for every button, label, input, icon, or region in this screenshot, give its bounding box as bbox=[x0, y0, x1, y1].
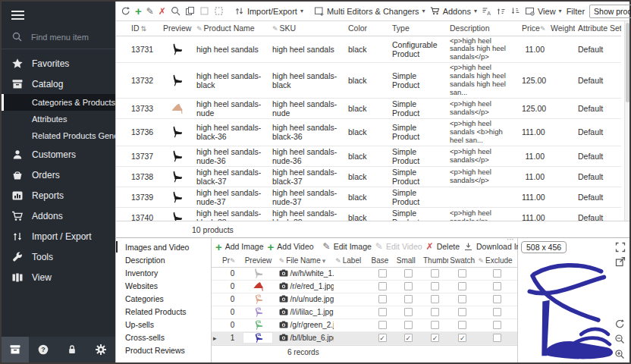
panel-resize-handle[interactable]: ⋯ bbox=[507, 237, 514, 242]
thumbnail-checkbox[interactable] bbox=[431, 282, 439, 290]
col-sku[interactable]: ✎SKU bbox=[269, 21, 345, 36]
sidebar-item-tools[interactable]: Tools bbox=[2, 246, 115, 267]
swatch-checkbox[interactable]: ✓ bbox=[458, 334, 466, 342]
table-row[interactable]: 13739high heel sandals-nude-37high heel … bbox=[116, 187, 621, 207]
sidebar-item-import-export[interactable]: Import / Export bbox=[2, 226, 115, 246]
sidebar-item-orders[interactable]: Orders bbox=[2, 165, 115, 185]
base-checkbox[interactable] bbox=[378, 269, 387, 278]
image-row[interactable]: 0 /r/e/red_1.jpg bbox=[212, 280, 517, 293]
col-file-name[interactable]: ✎File Name▾ bbox=[278, 255, 334, 267]
table-row[interactable]: 13738high heel sandals-black-37high heel… bbox=[116, 166, 621, 187]
table-row[interactable]: 13740high heel sandals-black-38high heel… bbox=[116, 207, 621, 221]
edit-image-button[interactable]: ✎Edit Image bbox=[323, 242, 372, 251]
edit-video-button[interactable]: ✎Edit Video bbox=[375, 242, 422, 251]
sidebar-item-reports[interactable]: Reports bbox=[2, 185, 115, 206]
base-checkbox[interactable] bbox=[378, 295, 387, 303]
exclude-checkbox[interactable] bbox=[493, 321, 501, 329]
settings-button[interactable] bbox=[86, 344, 115, 356]
help-button[interactable]: ? bbox=[29, 344, 58, 356]
col-id[interactable]: ID⇅ bbox=[128, 21, 160, 36]
col-label[interactable]: ✎Label bbox=[334, 255, 369, 267]
image-row[interactable]: 0 /n/u/nude.jpg bbox=[212, 293, 517, 306]
image-row[interactable]: 0 /l/i/lilac_1.jpg bbox=[212, 306, 517, 318]
sidebar-item-related-products-generator[interactable]: Related Products Generator bbox=[2, 127, 115, 144]
col-exclude[interactable]: ✎Exclude bbox=[477, 255, 517, 267]
filter-select[interactable]: Show products from selected categories ▾ bbox=[589, 5, 631, 18]
swatch-checkbox[interactable] bbox=[458, 282, 466, 290]
sort-alpha-button[interactable]: A bbox=[482, 6, 491, 16]
edit-product-button[interactable]: ✎ bbox=[146, 7, 154, 16]
image-row[interactable]: 0 /g/r/green_2.jpg bbox=[212, 318, 517, 331]
col-color[interactable]: Color bbox=[345, 21, 389, 36]
sidebar-search[interactable] bbox=[2, 27, 115, 49]
copy-button[interactable] bbox=[185, 6, 195, 16]
sort-ascending-button[interactable] bbox=[496, 6, 506, 16]
lock-button[interactable] bbox=[58, 344, 86, 356]
paste-button[interactable] bbox=[199, 6, 209, 16]
small-checkbox[interactable]: ✓ bbox=[404, 334, 413, 342]
col-preview[interactable]: Preview bbox=[160, 21, 193, 36]
base-checkbox[interactable] bbox=[378, 308, 387, 316]
open-external-icon[interactable] bbox=[615, 256, 626, 267]
sidebar-item-addons[interactable]: Addons bbox=[2, 206, 115, 226]
add-video-button[interactable]: +Add Video bbox=[268, 241, 314, 253]
vertical-scrollbar[interactable] bbox=[624, 21, 629, 221]
thumbnail-checkbox[interactable] bbox=[431, 295, 439, 303]
tab-product-reviews[interactable]: Product Reviews bbox=[116, 344, 211, 356]
swatch-checkbox[interactable] bbox=[458, 295, 466, 303]
sidebar-item-view[interactable]: View bbox=[2, 267, 115, 287]
hamburger-menu-icon[interactable] bbox=[2, 2, 115, 27]
view-menu[interactable]: View▾ bbox=[525, 6, 562, 16]
tab-images-and-video[interactable]: Images and Video bbox=[116, 240, 211, 253]
image-row[interactable]: 0 /w/h/white_1.jpg bbox=[212, 267, 517, 280]
col-attribute-set[interactable]: Attribute Set Name bbox=[575, 21, 621, 36]
tab-cross-sells[interactable]: Cross-sells bbox=[116, 331, 211, 344]
base-checkbox[interactable]: ✓ bbox=[378, 334, 387, 342]
small-checkbox[interactable] bbox=[404, 282, 413, 290]
col-thumbnail[interactable]: Thumbna bbox=[422, 255, 448, 267]
exclude-checkbox[interactable] bbox=[493, 308, 501, 316]
table-row[interactable]: 13737high heel sandals-nude-36high heel … bbox=[116, 146, 621, 166]
thumbnail-checkbox[interactable] bbox=[431, 308, 439, 316]
tab-websites[interactable]: Websites bbox=[116, 279, 211, 292]
store-manager-button[interactable] bbox=[2, 337, 29, 362]
sort-descending-button[interactable] bbox=[510, 6, 520, 16]
thumbnail-checkbox[interactable] bbox=[431, 321, 439, 329]
thumbnail-checkbox[interactable] bbox=[431, 269, 439, 278]
thumbnail-checkbox[interactable]: ✓ bbox=[431, 334, 439, 342]
small-checkbox[interactable] bbox=[404, 321, 413, 329]
delete-product-button[interactable]: ✗ bbox=[159, 7, 166, 16]
add-product-button[interactable]: + bbox=[135, 5, 142, 17]
exclude-checkbox[interactable] bbox=[493, 295, 501, 303]
col-swatch[interactable]: Swatch bbox=[448, 255, 476, 267]
col-description[interactable]: Description bbox=[447, 21, 519, 36]
small-checkbox[interactable] bbox=[404, 295, 413, 303]
sidebar-item-customers[interactable]: Customers bbox=[2, 144, 115, 165]
scrollbar-thumb[interactable] bbox=[626, 23, 629, 102]
exclude-checkbox[interactable] bbox=[493, 282, 501, 290]
import-export-menu[interactable]: Import/Export▾ bbox=[234, 6, 303, 16]
refresh-button[interactable] bbox=[121, 6, 130, 16]
swatch-checkbox[interactable] bbox=[458, 321, 466, 329]
base-checkbox[interactable] bbox=[378, 282, 387, 290]
table-row[interactable]: 13733high heel sandals-nudehigh heel san… bbox=[116, 98, 621, 118]
swatch-checkbox[interactable] bbox=[458, 308, 466, 316]
col-product-name[interactable]: ✎Product Name bbox=[193, 21, 269, 36]
tab-inventory[interactable]: Inventory bbox=[116, 266, 211, 279]
zoom-out-icon[interactable] bbox=[614, 334, 625, 344]
sidebar-item-favorites[interactable]: Favorites bbox=[2, 53, 115, 74]
table-row[interactable]: 13731high heel sandalshigh heel sandalsb… bbox=[116, 36, 621, 63]
select-all-header[interactable] bbox=[116, 21, 128, 36]
fullscreen-icon[interactable] bbox=[615, 242, 626, 253]
sidebar-item-categories-products[interactable]: Categories & Products bbox=[2, 94, 115, 111]
sidebar-search-input[interactable] bbox=[30, 32, 105, 42]
exclude-checkbox[interactable] bbox=[493, 269, 501, 278]
multi-editors-menu[interactable]: Multi Editors & Changers▾ bbox=[314, 6, 425, 16]
paste-special-button[interactable] bbox=[214, 6, 224, 16]
row-expander-icon[interactable]: ▸ bbox=[213, 334, 217, 342]
add-image-button[interactable]: +Add Image bbox=[215, 241, 264, 253]
addons-menu[interactable]: Addons▾ bbox=[430, 6, 477, 16]
col-position[interactable]: Pr✎ bbox=[221, 255, 239, 267]
sidebar-item-catalog[interactable]: Catalog bbox=[2, 74, 115, 94]
exclude-checkbox[interactable] bbox=[493, 334, 501, 342]
